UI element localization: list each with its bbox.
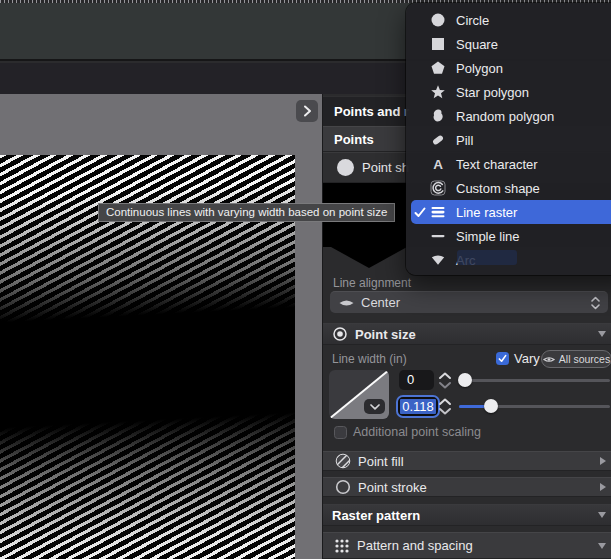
ramp-options-button[interactable]: [364, 399, 385, 414]
svg-text:A: A: [433, 157, 443, 172]
arc-row-artifact: [457, 250, 517, 265]
line-width-min-value: 0: [407, 372, 414, 387]
text-character-icon: A: [428, 156, 448, 172]
max-stepper[interactable]: [437, 397, 453, 417]
min-slider-track[interactable]: [459, 379, 610, 382]
disclosure-down-icon: [598, 543, 606, 549]
points-header-label: Points: [334, 132, 374, 147]
chevron-down-icon: [370, 404, 380, 410]
pill-icon: [428, 132, 448, 148]
menu-item-label: Text character: [456, 157, 538, 172]
point-size-header-label: Point size: [355, 327, 416, 342]
vary-label: Vary: [514, 351, 540, 366]
shape-preview-notch: [331, 247, 407, 268]
raster-pattern-label: Raster pattern: [332, 508, 420, 523]
raster-pattern-section-header[interactable]: Raster pattern: [323, 504, 611, 526]
menu-item-label: Custom shape: [456, 181, 540, 196]
square-icon: [428, 36, 448, 52]
line-width-max-value: 0.118: [400, 399, 436, 414]
menu-item-star-polygon[interactable]: Star polygon: [411, 80, 611, 104]
grid-dots-icon: [334, 538, 350, 554]
polygon-icon: [428, 60, 448, 76]
disclosure-down-icon: [598, 512, 606, 518]
arc-icon: [428, 252, 448, 268]
tooltip: Continuous lines with varying width base…: [98, 203, 395, 222]
menu-item-polygon[interactable]: Polygon: [411, 56, 611, 80]
point-shape-label: Point sh: [362, 160, 409, 175]
workspace: [0, 94, 322, 559]
checkmark-icon: [411, 207, 428, 218]
menu-item-label: Square: [456, 37, 498, 52]
menu-item-pill[interactable]: Pill: [411, 128, 611, 152]
line-width-label: Line width (in): [332, 352, 407, 366]
menu-item-label: Star polygon: [456, 85, 529, 100]
menu-item-custom-shape[interactable]: Custom shape: [411, 176, 611, 200]
menu-item-label: Line raster: [456, 205, 517, 220]
point-fill-label: Point fill: [358, 454, 404, 469]
line-raster-icon: [428, 204, 448, 220]
disclosure-down-icon: [598, 331, 606, 337]
panel-collapse-button[interactable]: [296, 100, 318, 122]
custom-shape-icon: [428, 180, 448, 196]
line-alignment-label: Line alignment: [333, 276, 411, 290]
disclosure-right-icon: [600, 457, 606, 465]
point-shape-circle-icon: [337, 159, 354, 176]
sources-eye-icon: [543, 355, 555, 364]
simple-line-icon: [428, 228, 448, 244]
chevron-right-icon: [303, 105, 312, 117]
menu-item-line-raster[interactable]: Line raster: [411, 200, 611, 224]
additional-scaling-label: Additional point scaling: [353, 425, 481, 439]
random-polygon-icon: [428, 108, 448, 124]
menu-item-random-polygon[interactable]: Random polygon: [411, 104, 611, 128]
menu-item-label: Polygon: [456, 61, 503, 76]
disclosure-right-icon: [600, 483, 606, 491]
additional-scaling-checkbox[interactable]: [334, 426, 347, 439]
point-size-radio-icon: [332, 326, 348, 342]
min-stepper[interactable]: [437, 371, 453, 391]
menu-item-text-character[interactable]: A Text character: [411, 152, 611, 176]
point-size-section-header[interactable]: Point size: [323, 323, 611, 345]
menu-item-circle[interactable]: Circle: [411, 8, 611, 32]
line-width-min-field[interactable]: 0: [399, 370, 434, 390]
point-fill-icon: [335, 453, 351, 469]
menu-item-label: Simple line: [456, 229, 520, 244]
check-icon: [498, 354, 507, 363]
circle-icon: [428, 12, 448, 28]
panel-title: Points and r: [334, 104, 409, 119]
all-sources-label: All sources: [559, 353, 610, 365]
min-slider-knob[interactable]: [458, 373, 472, 387]
menu-item-label: Circle: [456, 13, 489, 28]
point-stroke-label: Point stroke: [358, 480, 427, 495]
point-shape-menu: Circle Square Polygon Star polygon: [406, 3, 611, 275]
app-window: Points and r Points Point sh Line alignm…: [0, 0, 611, 559]
menu-item-square[interactable]: Square: [411, 32, 611, 56]
star-polygon-icon: [428, 84, 448, 100]
point-stroke-icon: [335, 479, 351, 495]
menu-item-label: Pill: [456, 133, 473, 148]
all-sources-button[interactable]: All sources: [541, 350, 611, 368]
max-slider-knob[interactable]: [484, 399, 498, 413]
pattern-and-spacing-label: Pattern and spacing: [357, 538, 473, 553]
point-stroke-row[interactable]: Point stroke: [323, 477, 611, 497]
point-fill-row[interactable]: Point fill: [323, 451, 611, 471]
pattern-and-spacing-row[interactable]: Pattern and spacing: [323, 532, 611, 559]
width-ramp-thumbnail[interactable]: [329, 370, 389, 419]
popup-updown-icon: [591, 296, 600, 310]
menu-item-simple-line[interactable]: Simple line: [411, 224, 611, 248]
vary-checkbox[interactable]: [496, 352, 509, 365]
line-width-max-field[interactable]: 0.118: [396, 395, 440, 418]
line-alignment-value: Center: [361, 295, 591, 310]
line-alignment-popup[interactable]: Center: [330, 291, 608, 313]
lens-icon: [338, 297, 355, 309]
menu-item-label: Random polygon: [456, 109, 554, 124]
